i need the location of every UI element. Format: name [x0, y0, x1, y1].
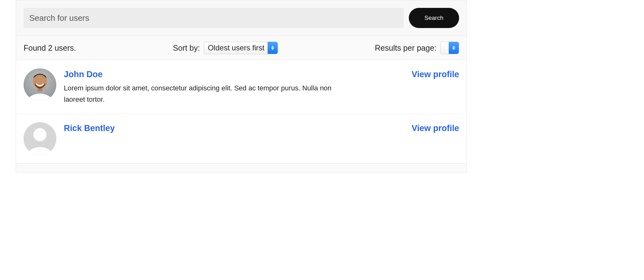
- svg-point-4: [33, 128, 47, 141]
- avatar[interactable]: [24, 122, 56, 155]
- result-row: John Doe Lorem ipsum dolor sit amet, con…: [16, 60, 467, 114]
- perpage-group: Results per page:: [375, 42, 459, 54]
- result-main: Rick Bentley: [64, 122, 404, 136]
- sort-label: Sort by:: [173, 43, 200, 53]
- perpage-label: Results per page:: [375, 43, 436, 53]
- avatar[interactable]: [24, 68, 56, 101]
- select-stepper-icon: [449, 42, 459, 54]
- view-profile-link[interactable]: View profile: [412, 123, 459, 133]
- sort-group: Sort by: Oldest users first: [89, 42, 362, 54]
- avatar-photo-icon: [24, 68, 56, 101]
- results-toolbar: Found 2 users. Sort by: Oldest users fir…: [16, 36, 467, 60]
- select-stepper-icon: [268, 42, 278, 54]
- sort-selected-value: Oldest users first: [208, 43, 264, 52]
- result-bio: Lorem ipsum dolor sit amet, consectetur …: [64, 83, 347, 106]
- result-name-link[interactable]: Rick Bentley: [64, 123, 404, 133]
- perpage-select[interactable]: [440, 42, 459, 54]
- view-profile-link[interactable]: View profile: [412, 70, 459, 79]
- search-input-wrap: [24, 8, 404, 28]
- results-count: Found 2 users.: [24, 43, 76, 53]
- sort-select[interactable]: Oldest users first: [204, 42, 278, 54]
- avatar-placeholder-icon: [24, 122, 56, 155]
- result-name-link[interactable]: John Doe: [64, 70, 404, 79]
- footer-strip: [16, 163, 467, 172]
- search-bar: Search: [16, 0, 467, 36]
- result-row: Rick Bentley View profile: [16, 114, 467, 163]
- search-button[interactable]: Search: [409, 8, 459, 28]
- result-main: John Doe Lorem ipsum dolor sit amet, con…: [64, 68, 404, 106]
- search-input[interactable]: [24, 8, 404, 28]
